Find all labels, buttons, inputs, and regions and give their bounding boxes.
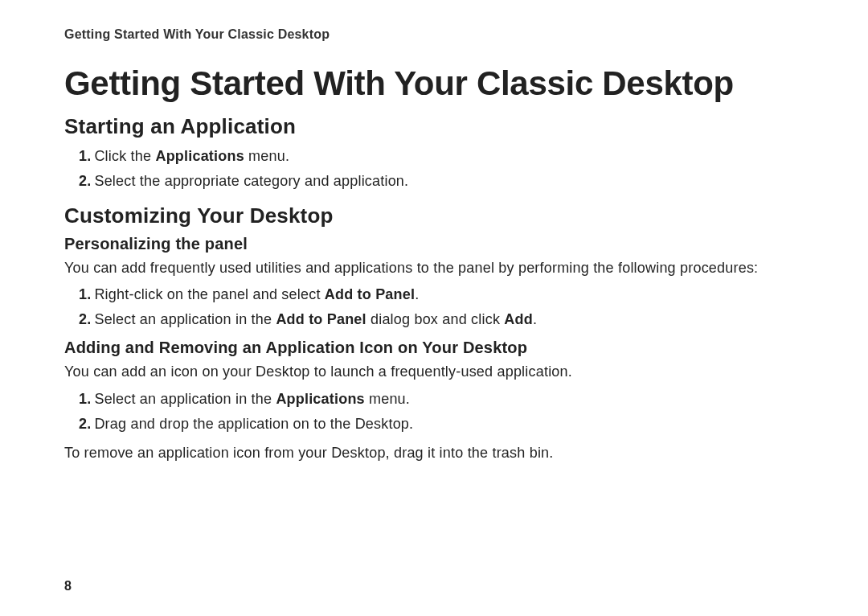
step-number: 1. [79,286,91,302]
outro-icons: To remove an application icon from your … [64,443,804,462]
step-text: Select the appropriate category and appl… [94,173,408,189]
step-number: 2. [79,173,91,189]
step-text-pre: Click the [94,148,155,164]
steps-icons: 1.Select an application in the Applicati… [64,388,804,435]
running-header: Getting Started With Your Classic Deskto… [64,27,804,42]
subheading-icons: Adding and Removing an Application Icon … [64,339,804,357]
list-item: 1.Select an application in the Applicati… [79,388,804,410]
list-item: 2.Drag and drop the application on to th… [79,413,804,435]
list-item: 2.Select an application in the Add to Pa… [79,309,804,331]
step-text-pre: Select an application in the [94,391,276,407]
step-text-bold: Applications [276,391,364,407]
step-number: 2. [79,416,91,432]
step-text: Drag and drop the application on to the … [94,416,413,432]
step-text-mid: dialog box and click [366,311,505,327]
list-item: 1.Click the Applications menu. [79,146,804,167]
intro-panel: You can add frequently used utilities an… [64,258,804,277]
step-text-pre: Right-click on the panel and select [94,286,324,302]
steps-panel: 1.Right-click on the panel and select Ad… [64,284,804,331]
step-text-post: . [533,311,537,327]
page-number: 8 [64,579,72,593]
page-title: Getting Started With Your Classic Deskto… [64,64,804,103]
step-number: 1. [79,148,91,164]
step-text-pre: Select an application in the [94,311,276,327]
list-item: 1.Right-click on the panel and select Ad… [79,284,804,306]
steps-starting: 1.Click the Applications menu. 2.Select … [64,146,804,192]
subheading-panel: Personalizing the panel [64,235,804,253]
step-text-post: menu. [365,391,410,407]
section-heading-starting: Starting an Application [64,114,804,139]
section-heading-customizing: Customizing Your Desktop [64,203,804,228]
step-text-post: menu. [244,148,289,164]
step-text-bold: Add to Panel [276,311,366,327]
step-text-bold: Applications [155,148,244,164]
step-number: 2. [79,311,91,327]
intro-icons: You can add an icon on your Desktop to l… [64,362,804,381]
step-number: 1. [79,391,91,407]
step-text-bold2: Add [504,311,533,327]
step-text-bold: Add to Panel [325,286,415,302]
step-text-post: . [415,286,419,302]
list-item: 2.Select the appropriate category and ap… [79,170,804,192]
